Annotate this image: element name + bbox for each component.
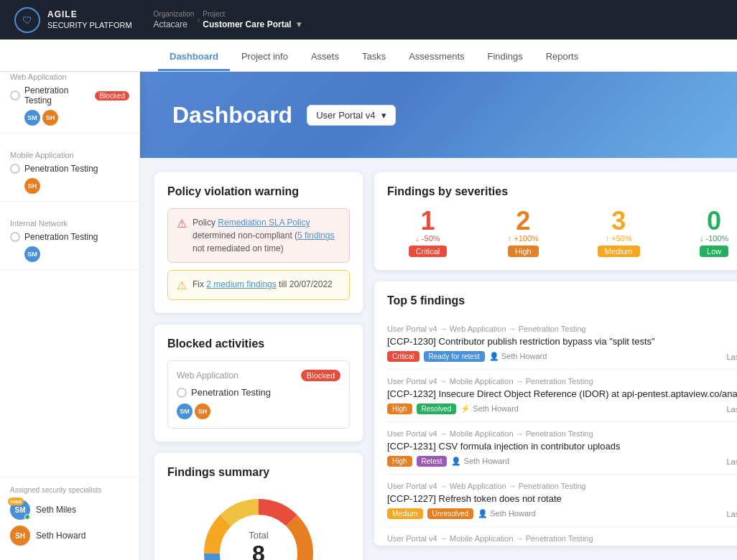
alert-text-yellow: Fix 2 medium findings till 20/07/2022 xyxy=(193,278,333,291)
severity-critical: 1 ↓ -50% Critical xyxy=(387,208,468,257)
finding-breadcrumb: User Portal v4 → Mobile Application → Pe… xyxy=(387,534,737,543)
finding-item[interactable]: User Portal v4 → Mobile Application → Pe… xyxy=(387,527,737,546)
medium-findings-link[interactable]: 2 medium findings xyxy=(206,279,276,289)
finding-item[interactable]: User Portal v4 → Web Application → Penet… xyxy=(387,317,737,370)
main-content: Policy violation warning ⚠ Policy Remedi… xyxy=(140,158,737,560)
severity-num: 0 xyxy=(674,208,737,234)
tab-tasks[interactable]: Tasks xyxy=(351,44,397,71)
task-label: Penetration Testing xyxy=(24,164,98,174)
warning-icon: ⚠ xyxy=(177,279,187,292)
severity-high: 2 ↑ +100% High xyxy=(483,208,564,257)
avatar-group: SH xyxy=(24,178,129,194)
page-title: Dashboard xyxy=(172,102,292,129)
avatar: SH xyxy=(195,403,210,419)
chevron-down-icon: ▾ xyxy=(381,110,386,121)
severity-medium: 3 ↑ +50% Medium xyxy=(578,208,659,257)
avatar: SM xyxy=(24,246,40,262)
task-status-icon xyxy=(10,232,20,242)
finding-item[interactable]: User Portal v4 → Mobile Application → Pe… xyxy=(387,422,737,475)
severity-num: 2 xyxy=(483,208,564,234)
policy-link[interactable]: Remediation SLA Policy xyxy=(218,218,310,228)
tab-assets[interactable]: Assets xyxy=(300,44,351,71)
finding-breadcrumb: User Portal v4 → Web Application → Penet… xyxy=(387,482,737,490)
severity-delta: ↓ -50% xyxy=(387,234,468,243)
task-group-web: Web Application Penetration Testing Bloc… xyxy=(0,65,139,134)
tab-findings[interactable]: Findings xyxy=(476,44,534,71)
project-dropdown-icon[interactable]: ▾ xyxy=(297,19,301,29)
version-dropdown[interactable]: User Portal v4 ▾ xyxy=(307,105,395,126)
tab-assessments[interactable]: Assessments xyxy=(397,44,476,71)
task-label: Penetration Testing xyxy=(24,232,98,242)
list-item[interactable]: Penetration Testing xyxy=(10,232,129,242)
card-title: Findings by severities xyxy=(387,185,737,198)
avatar: SH xyxy=(42,110,58,126)
severity-badge: High xyxy=(387,403,412,414)
topbar: 🛡 AGILE SECURITY PLATFORM Organization A… xyxy=(0,0,737,39)
specialist-row: SM load Seth Miles xyxy=(10,500,129,520)
policy-alert-red: ⚠ Policy Remediation SLA Policy determin… xyxy=(167,208,350,263)
status-badge: Unresolved xyxy=(427,508,474,519)
severity-badge: Critical xyxy=(387,351,420,362)
findings-link[interactable]: 5 findings xyxy=(297,230,334,241)
specialist-name: Seth Miles xyxy=(36,505,76,515)
finding-title: [CCP-1232] Insecure Direct Object Refere… xyxy=(387,388,737,399)
donut-chart: Total 8 findings xyxy=(167,489,350,560)
sidebar-footer: Assigned security specialists SM load Se… xyxy=(0,477,139,560)
severity-badge: Medium xyxy=(387,508,423,519)
finding-item[interactable]: User Portal v4 → Mobile Application → Pe… xyxy=(387,370,737,422)
task-label: Penetration Testing xyxy=(191,387,271,398)
task-label: Penetration Testing xyxy=(24,85,91,106)
finding-meta: Critical Ready for retest 👤 Seth Howard … xyxy=(387,351,737,362)
finding-breadcrumb: User Portal v4 → Mobile Application → Pe… xyxy=(387,429,737,438)
list-item[interactable]: Penetration Testing xyxy=(10,164,129,174)
avatar-group: SM xyxy=(24,246,129,262)
footer-label: Assigned security specialists xyxy=(10,486,129,494)
task-group-label: Internal Network xyxy=(10,219,129,228)
status-badge: Resolved xyxy=(417,403,457,414)
severity-low: 0 ↓ -100% Low xyxy=(674,208,737,257)
assigned-user: 👤 Seth Howard xyxy=(489,352,547,361)
donut-total-label: Total xyxy=(244,530,273,541)
online-indicator xyxy=(24,514,30,520)
finding-breadcrumb: User Portal v4 → Mobile Application → Pe… xyxy=(387,377,737,386)
avatar: SH xyxy=(24,178,40,194)
severity-num: 3 xyxy=(578,208,659,234)
alert-text: Policy Remediation SLA Policy determined… xyxy=(193,216,340,255)
last-updated: Last u... xyxy=(726,405,737,414)
task-status-icon xyxy=(10,90,20,101)
assigned-user: 👤 Seth Howard xyxy=(451,457,509,466)
logo-text: AGILE SECURITY PLATFORM xyxy=(47,9,132,31)
donut-center: Total 8 findings xyxy=(244,530,273,560)
last-updated: Last u... xyxy=(726,353,737,361)
severity-delta: ↑ +100% xyxy=(483,234,564,243)
task-group-mobile: Mobile Application Penetration Testing S… xyxy=(0,144,139,202)
severity-delta: ↓ -100% xyxy=(674,234,737,243)
assigned-user: ⚡ Seth Howard xyxy=(460,404,519,414)
tab-dashboard[interactable]: Dashboard xyxy=(158,44,230,71)
specialist-name: Seth Howard xyxy=(36,531,85,541)
tab-reports[interactable]: Reports xyxy=(534,44,590,71)
policy-violation-card: Policy violation warning ⚠ Policy Remedi… xyxy=(154,172,363,313)
blocked-task: Penetration Testing xyxy=(177,387,340,398)
tab-project-info[interactable]: Project info xyxy=(230,44,300,71)
right-panel: Findings by severities 1 ↓ -50% Critical… xyxy=(374,172,737,546)
left-panel: Policy violation warning ⚠ Policy Remedi… xyxy=(154,172,363,546)
finding-meta: High Resolved ⚡ Seth Howard Last u... xyxy=(387,403,737,414)
task-status-icon xyxy=(10,164,20,174)
status-badge: Retest xyxy=(417,456,448,467)
list-item[interactable]: Penetration Testing Blocked xyxy=(10,85,129,106)
avatar: SM xyxy=(24,110,40,126)
severity-label: High xyxy=(508,246,539,257)
card-title: Top 5 findings xyxy=(387,294,737,307)
finding-item[interactable]: User Portal v4 → Web Application → Penet… xyxy=(387,475,737,527)
blocked-badge: Blocked xyxy=(95,91,129,101)
blocked-box: Web Application Blocked Penetration Test… xyxy=(167,360,350,429)
error-icon: ⚠ xyxy=(177,217,187,230)
severity-num: 1 xyxy=(387,208,468,234)
policy-alert-yellow: ⚠ Fix 2 medium findings till 20/07/2022 xyxy=(167,270,350,300)
card-title: Blocked activities xyxy=(167,337,350,350)
avatar: SM load xyxy=(10,500,30,520)
severity-delta: ↑ +50% xyxy=(578,234,659,243)
blocked-activities-card: Blocked activities Web Application Block… xyxy=(154,325,363,442)
avatar: SH xyxy=(10,526,30,546)
